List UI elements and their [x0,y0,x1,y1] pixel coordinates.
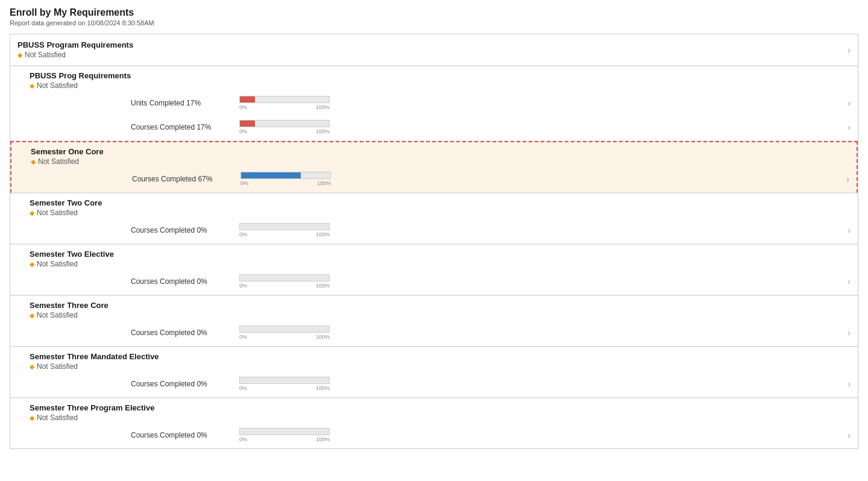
progress-track-semester-two-elective-0 [239,274,330,281]
progress-label-semester-three-mandated-0: Courses Completed 0% [131,380,227,388]
progress-track-semester-one-core-0 [241,172,331,179]
progress-row-wrapper-semester-two-elective-0[interactable]: Courses Completed 0%0%100%› [10,271,858,295]
axis-start-semester-three-mandated-0: 0% [239,385,247,391]
progress-axis-semester-three-core-0: 0%100% [239,334,330,340]
row-chevron-semester-one-core-0[interactable]: › [846,174,849,184]
sub-section-semester-three-core: Semester Three Core◆Not SatisfiedCourses… [10,295,858,347]
diamond-icon-semester-three-program: ◆ [30,414,34,422]
sub-section-header-semester-three-program: Semester Three Program Elective◆Not Sati… [10,398,858,424]
axis-end-pbuss-prog-1: 100% [316,128,330,134]
progress-label-semester-one-core-0: Courses Completed 67% [132,175,228,183]
status-text-semester-two-elective: Not Satisfied [37,260,78,268]
sub-section-semester-two-core: Semester Two Core◆Not SatisfiedCourses C… [10,193,858,244]
sub-section-header-semester-one-core: Semester One Core◆Not Satisfied [11,142,857,168]
axis-end-pbuss-prog-0: 100% [316,104,330,110]
top-section-header[interactable]: PBUSS Program Requirements ◆ Not Satisfi… [10,34,858,66]
axis-start-semester-one-core-0: 0% [241,180,248,186]
status-text-semester-three-core: Not Satisfied [37,311,78,319]
top-section-status-row: ◆ Not Satisfied [17,51,133,59]
row-chevron-semester-three-mandated-0[interactable]: › [848,379,851,389]
progress-label-semester-three-program-0: Courses Completed 0% [131,431,227,439]
progress-row-wrapper-pbuss-prog-1[interactable]: Courses Completed 17%0%100%› [10,116,858,140]
sub-section-semester-three-program: Semester Three Program Elective◆Not Sati… [10,398,858,448]
progress-row-wrapper-pbuss-prog-0[interactable]: Units Completed 17%0%100%› [10,92,858,116]
sub-section-status-row-semester-two-elective: ◆Not Satisfied [30,260,851,268]
row-chevron-semester-two-core-0[interactable]: › [848,225,851,235]
progress-row-wrapper-semester-three-mandated-0[interactable]: Courses Completed 0%0%100%› [10,373,858,397]
progress-row-wrapper-semester-three-program-0[interactable]: Courses Completed 0%0%100%› [10,424,858,448]
progress-fill-pbuss-prog-1 [240,121,255,127]
sub-section-pbuss-prog: PBUSS Prog Requirements◆Not SatisfiedUni… [10,66,858,141]
progress-track-pbuss-prog-0 [239,96,330,103]
sub-sections-container: PBUSS Prog Requirements◆Not SatisfiedUni… [10,66,858,448]
progress-track-semester-two-core-0 [239,223,330,230]
progress-bar-container-semester-three-core-0: 0%100% [239,325,360,340]
progress-bar-container-semester-three-mandated-0: 0%100% [239,377,360,391]
sub-section-semester-one-core: Semester One Core◆Not SatisfiedCourses C… [10,141,858,193]
diamond-icon-semester-one-core: ◆ [31,158,36,166]
report-date: Report data generated on 10/08/2024 8:30… [10,19,858,27]
row-chevron-semester-three-program-0[interactable]: › [848,430,851,440]
sub-section-title-semester-two-core: Semester Two Core [30,198,851,207]
top-section-chevron-icon[interactable]: › [848,45,851,55]
sub-section-title-semester-three-mandated: Semester Three Mandated Elective [30,352,851,361]
status-text-semester-three-program: Not Satisfied [37,413,78,422]
row-chevron-pbuss-prog-1[interactable]: › [848,122,851,132]
progress-label-pbuss-prog-1: Courses Completed 17% [131,123,227,131]
sub-section-header-semester-two-elective: Semester Two Elective◆Not Satisfied [10,245,858,271]
page-title: Enroll by My Requirements [10,7,858,18]
progress-label-semester-two-elective-0: Courses Completed 0% [131,277,227,286]
progress-row-wrapper-semester-three-core-0[interactable]: Courses Completed 0%0%100%› [10,322,858,346]
axis-start-semester-three-core-0: 0% [239,334,247,340]
progress-content-semester-three-mandated-0: Courses Completed 0%0%100% [131,377,840,391]
sub-section-status-row-semester-two-core: ◆Not Satisfied [30,209,851,217]
diamond-icon-semester-two-core: ◆ [30,209,34,217]
sub-section-title-semester-three-program: Semester Three Program Elective [30,403,851,412]
sub-section-title-semester-one-core: Semester One Core [31,147,849,156]
status-text-pbuss-prog: Not Satisfied [37,81,78,90]
progress-fill-pbuss-prog-0 [240,96,255,102]
sub-section-header-pbuss-prog: PBUSS Prog Requirements◆Not Satisfied [10,66,858,92]
diamond-icon-semester-two-elective: ◆ [30,260,34,268]
progress-row-wrapper-semester-two-core-0[interactable]: Courses Completed 0%0%100%› [10,219,858,244]
sub-section-semester-three-mandated: Semester Three Mandated Elective◆Not Sat… [10,347,858,398]
sub-section-title-semester-two-elective: Semester Two Elective [30,250,851,259]
axis-end-semester-three-mandated-0: 100% [316,385,330,391]
progress-track-pbuss-prog-1 [239,120,330,127]
progress-bar-container-semester-two-core-0: 0%100% [239,223,360,237]
sub-section-status-row-semester-one-core: ◆Not Satisfied [31,157,849,166]
sub-section-status-row-semester-three-mandated: ◆Not Satisfied [30,362,851,371]
sub-section-title-pbuss-prog: PBUSS Prog Requirements [30,71,851,80]
status-text-semester-one-core: Not Satisfied [38,157,79,166]
progress-axis-pbuss-prog-0: 0%100% [239,104,330,110]
progress-content-semester-three-core-0: Courses Completed 0%0%100% [131,325,840,340]
axis-start-semester-two-core-0: 0% [239,231,247,237]
progress-bar-container-semester-two-elective-0: 0%100% [239,274,360,289]
progress-row-wrapper-semester-one-core-0[interactable]: Courses Completed 67%0%100%› [11,168,857,192]
progress-bar-container-semester-one-core-0: 0%100% [241,172,361,186]
sub-section-status-row-semester-three-program: ◆Not Satisfied [30,413,851,422]
axis-start-semester-three-program-0: 0% [239,436,247,442]
diamond-icon-semester-three-core: ◆ [30,312,34,319]
diamond-icon-semester-three-mandated: ◆ [30,363,34,371]
progress-axis-semester-three-mandated-0: 0%100% [239,385,330,391]
row-chevron-semester-two-elective-0[interactable]: › [848,277,851,286]
axis-end-semester-two-core-0: 100% [316,231,330,237]
progress-label-semester-two-core-0: Courses Completed 0% [131,226,227,234]
row-chevron-pbuss-prog-0[interactable]: › [848,98,851,108]
progress-axis-semester-two-elective-0: 0%100% [239,283,330,289]
axis-start-pbuss-prog-1: 0% [239,128,247,134]
top-section-title: PBUSS Program Requirements [17,40,133,49]
progress-track-semester-three-core-0 [239,325,330,333]
progress-content-semester-two-elective-0: Courses Completed 0%0%100% [131,274,840,289]
progress-content-pbuss-prog-0: Units Completed 17%0%100% [131,96,840,110]
progress-content-semester-one-core-0: Courses Completed 67%0%100% [132,172,839,186]
progress-axis-pbuss-prog-1: 0%100% [239,128,330,134]
sub-section-status-row-pbuss-prog: ◆Not Satisfied [30,81,851,90]
axis-end-semester-two-elective-0: 100% [316,283,330,289]
sub-section-header-semester-two-core: Semester Two Core◆Not Satisfied [10,193,858,219]
progress-content-semester-three-program-0: Courses Completed 0%0%100% [131,428,840,442]
top-section-status: Not Satisfied [25,51,66,59]
axis-start-semester-two-elective-0: 0% [239,283,247,289]
row-chevron-semester-three-core-0[interactable]: › [848,328,851,338]
